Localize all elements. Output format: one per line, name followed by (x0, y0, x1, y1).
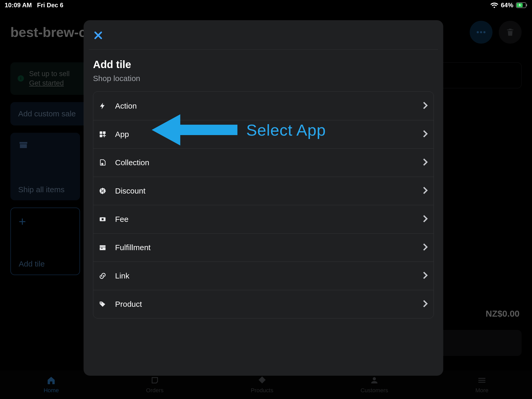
svg-point-0 (477, 31, 479, 33)
banner-line1: Set up to sell (29, 70, 70, 78)
row-label: Link (115, 271, 416, 280)
status-date: Fri Dec 6 (37, 2, 63, 9)
row-fee[interactable]: Fee (93, 205, 434, 233)
row-label: Discount (115, 187, 416, 195)
svg-rect-8 (100, 135, 102, 137)
tile-label: Add tile (19, 260, 72, 268)
chevron-right-icon (423, 158, 428, 167)
tab-label: Products (251, 387, 273, 394)
svg-rect-15 (101, 248, 103, 249)
page-title: best-brew-c (10, 24, 86, 40)
cart-total: NZ$0.00 (486, 309, 520, 319)
fulfillment-icon (97, 244, 108, 251)
bolt-icon (97, 102, 108, 110)
tab-more[interactable]: More (475, 376, 488, 394)
status-bar: 10:09 AM Fri Dec 6 64% (0, 0, 532, 10)
tag-icon (257, 376, 267, 385)
fee-icon (97, 215, 108, 223)
chevron-right-icon (423, 130, 428, 139)
chevron-right-icon (423, 215, 428, 224)
modal-title: Add tile (93, 59, 140, 70)
inbox-icon (150, 376, 159, 385)
menu-icon (477, 376, 487, 385)
close-icon (93, 30, 103, 41)
tab-home[interactable]: Home (44, 376, 59, 394)
row-discount[interactable]: Discount (93, 177, 434, 205)
link-icon (97, 272, 108, 280)
row-link[interactable]: Link (93, 262, 434, 290)
svg-rect-14 (100, 247, 106, 250)
person-icon (370, 376, 379, 385)
svg-point-10 (103, 191, 104, 192)
svg-rect-6 (100, 131, 102, 134)
info-icon: i (18, 75, 24, 82)
svg-rect-12 (102, 218, 104, 220)
row-fulfillment[interactable]: Fulfillment (93, 233, 434, 262)
row-product[interactable]: Product (93, 290, 434, 318)
tile-type-list: Action App Collection Discount Fee Fulfi… (93, 91, 434, 318)
tile-add-tile[interactable]: + Add tile (10, 208, 80, 275)
svg-point-2 (483, 31, 486, 33)
svg-rect-13 (100, 245, 106, 247)
tile-ship-all-items[interactable]: Ship all items (10, 133, 80, 200)
wifi-icon (490, 2, 498, 8)
chevron-right-icon (423, 102, 428, 110)
row-action[interactable]: Action (93, 92, 434, 120)
row-label: Action (115, 102, 416, 110)
close-button[interactable] (93, 30, 103, 42)
divider (89, 49, 438, 50)
svg-point-9 (101, 189, 102, 190)
row-label: App (115, 130, 416, 139)
chevron-right-icon (423, 187, 428, 195)
modal-subtitle: Shop location (93, 74, 140, 83)
add-tile-modal: Add tile Shop location Action App Collec… (84, 20, 443, 376)
svg-point-16 (101, 302, 102, 303)
tab-products[interactable]: Products (251, 376, 273, 394)
battery-icon (516, 2, 527, 8)
tab-label: Orders (146, 387, 163, 394)
row-label: Fee (115, 215, 416, 224)
svg-rect-4 (526, 4, 527, 6)
tab-customers[interactable]: Customers (361, 376, 388, 394)
chevron-right-icon (423, 300, 428, 309)
tile-label: Ship all items (18, 185, 72, 194)
chevron-right-icon (423, 243, 428, 252)
svg-rect-7 (103, 131, 105, 134)
tab-orders[interactable]: Orders (146, 376, 163, 394)
collection-icon (97, 159, 108, 167)
banner-link[interactable]: Get started (29, 79, 64, 87)
tab-label: More (475, 387, 488, 394)
product-icon (97, 300, 108, 308)
svg-point-1 (480, 31, 482, 33)
delete-button[interactable] (499, 21, 522, 44)
row-label: Product (115, 300, 416, 309)
tab-label: Home (44, 387, 59, 394)
row-app[interactable]: App (93, 120, 434, 148)
tab-label: Customers (361, 387, 388, 394)
row-label: Collection (115, 158, 416, 167)
home-icon (46, 376, 56, 385)
box-icon (18, 139, 72, 151)
discount-icon (97, 187, 108, 195)
row-label: Fulfillment (115, 243, 416, 252)
battery-percent: 64% (501, 2, 513, 9)
plus-icon: + (19, 214, 72, 229)
chevron-right-icon (423, 271, 428, 280)
apps-icon (97, 130, 108, 138)
more-button[interactable] (470, 21, 493, 44)
ellipsis-icon (475, 26, 487, 38)
trash-icon (506, 28, 515, 37)
status-time: 10:09 AM (5, 2, 32, 9)
row-collection[interactable]: Collection (93, 148, 434, 177)
